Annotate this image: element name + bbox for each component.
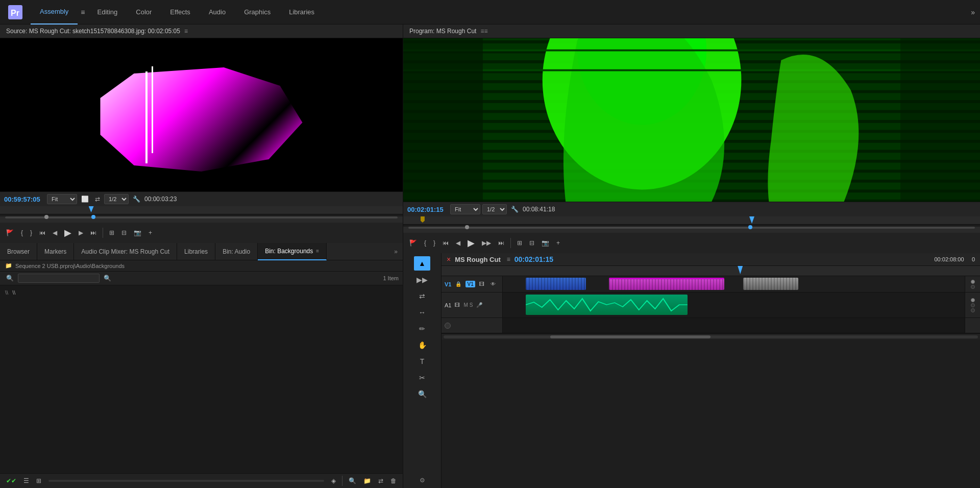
bin-search-input[interactable] [18,274,100,283]
track-select-tool[interactable]: ▶▶ [414,273,430,287]
type-tool[interactable]: T [414,354,430,369]
source-scrub-handle-current[interactable] [91,215,95,219]
source-step-back-btn[interactable]: ◀ [51,228,59,237]
nav-assembly-menu[interactable]: ≡ [78,8,88,16]
bin-tab-markers[interactable]: Markers [37,243,74,260]
program-playhead-bar[interactable] [403,216,980,225]
program-mark-out-btn[interactable]: } [431,238,437,248]
a1-filmstrip-btn[interactable]: 🎞 [453,301,462,309]
timeline-scroll-thumb[interactable] [550,335,710,338]
hand-tool[interactable]: ✋ [414,338,430,352]
nav-assembly[interactable]: Assembly [31,0,78,25]
grid-view-btn[interactable]: ⊞ [34,476,43,485]
source-settings-btn[interactable]: 🔧 [131,194,142,204]
source-fit-select[interactable]: Fit25%50%75%100% [47,194,77,204]
program-scrub-area[interactable] [403,227,980,233]
selection-tool[interactable]: ▲ [414,256,430,271]
program-snapshot-btn[interactable]: 📷 [540,238,551,248]
v1-lock-btn[interactable]: 🔒 [453,280,463,288]
source-play-btn[interactable]: ▶ [62,226,74,239]
program-ruler[interactable] [403,216,980,223]
v1-track-content[interactable] [503,276,965,292]
nav-audio[interactable]: Audio [200,0,235,25]
v1-clip-gray[interactable] [743,278,799,290]
source-mark-out-btn[interactable]: } [28,228,34,237]
a1-mic-btn[interactable]: 🎤 [474,301,484,309]
bin-tab-backgrounds[interactable]: Bin: Backgrounds [258,243,327,260]
zoom-tool[interactable]: 🔍 [414,387,430,401]
extra-track-content[interactable] [503,318,965,333]
bin-tab-browser[interactable]: Browser [0,243,37,260]
program-extract-btn[interactable]: ⊟ [527,238,536,248]
source-playhead-bar[interactable] [0,206,403,214]
bin-zoom-btn[interactable]: 🔍 [347,476,358,485]
program-play-btn[interactable]: ▶ [465,236,477,250]
bin-export-btn[interactable]: ⇄ [376,476,385,485]
size-slider[interactable] [48,480,324,482]
program-scrub-handle-current[interactable] [748,225,752,229]
program-monitor-menu[interactable]: ≡ [480,28,487,35]
bin-tab-audiomixer[interactable]: Audio Clip Mixer: MS Rough Cut [74,243,177,260]
pen-tool[interactable]: ✏ [414,322,430,336]
source-step-fwd-btn[interactable]: ▶ [77,228,85,237]
timeline-timecode[interactable]: 00:02:01:15 [514,255,553,263]
list-item[interactable]: \\ \\ [2,287,401,298]
program-settings-btn[interactable]: 🔧 [509,205,521,214]
source-monitor-menu[interactable] [184,28,188,35]
source-scrub-bar[interactable] [5,216,398,218]
source-fullscreen-btn[interactable]: ⬜ [79,194,91,204]
v1-clip-blue[interactable] [526,278,586,290]
nav-effects[interactable]: Effects [161,0,200,25]
program-ratio-select[interactable]: 1/2Full1/4 [482,204,507,214]
timeline-menu-btn[interactable]: ≡ [507,256,510,263]
bin-search-btn[interactable]: 🔍 [102,274,113,283]
program-scrub-bar[interactable] [408,227,975,229]
nav-libraries[interactable]: Libraries [280,0,324,25]
source-mark-in-btn[interactable]: { [19,228,25,237]
source-snapshot-btn[interactable]: 📷 [132,228,143,237]
timeline-ruler[interactable] [442,266,980,276]
bin-folder-btn[interactable]: 📁 [361,476,373,485]
program-add-btn[interactable]: + [554,238,562,248]
source-ratio-select[interactable]: 1/2Full1/4 [104,194,129,204]
source-goto-out-btn[interactable]: ⏭ [88,228,99,237]
program-scrub-handle-left[interactable] [465,225,469,229]
rolling-edit-tool[interactable]: ↔ [414,305,430,320]
program-goto-out-btn[interactable]: ⏭ [496,238,506,248]
razor-tool[interactable]: ✂ [414,371,430,385]
list-view-btn[interactable]: ☰ [21,476,31,485]
bin-delete-btn[interactable]: 🗑 [388,476,399,485]
program-step-fwd-btn[interactable]: ▶▶ [480,238,493,248]
settings-icon[interactable]: ⚙ [418,476,427,485]
nav-color[interactable]: Color [127,0,161,25]
v1-filmstrip-btn[interactable]: 🎞 [477,280,486,288]
source-marker-btn[interactable]: 🚩 [4,228,16,237]
source-scrub-area[interactable] [0,216,403,223]
ripple-edit-tool[interactable]: ⇄ [414,289,430,303]
program-mark-in-btn[interactable]: { [422,238,428,248]
program-fit-select[interactable]: Fit25%50%75%100% [450,204,480,214]
source-ruler[interactable] [0,206,403,212]
nav-more-button[interactable]: » [971,8,975,16]
v1-sync-btn[interactable]: V1 [465,281,475,287]
timeline-scrollbar[interactable] [442,333,980,339]
a1-clip-teal[interactable] [526,295,688,315]
source-scrub-handle-left[interactable] [44,215,48,219]
source-insert-btn[interactable]: ⊞ [107,228,116,237]
v1-clip-pink[interactable] [609,278,724,290]
nav-editing[interactable]: Editing [88,0,127,25]
program-marker-btn[interactable]: 🚩 [407,238,419,248]
timeline-scroll-track[interactable] [444,335,978,338]
program-step-back-btn[interactable]: ◀ [454,238,462,248]
bin-tab-audio[interactable]: Bin: Audio [215,243,258,260]
bin-backgrounds-menu[interactable] [316,248,319,254]
v1-visibility-btn[interactable]: 👁 [488,280,498,288]
timeline-close-btn[interactable]: × [447,255,451,263]
bins-more-button[interactable]: » [389,248,403,255]
source-overwrite-btn[interactable]: ⊟ [119,228,129,237]
program-lift-btn[interactable]: ⊞ [515,238,524,248]
a1-track-content[interactable] [503,292,965,318]
source-add-btn[interactable]: + [146,228,154,237]
nav-graphics[interactable]: Graphics [235,0,280,25]
bin-tab-libraries[interactable]: Libraries [177,243,215,260]
